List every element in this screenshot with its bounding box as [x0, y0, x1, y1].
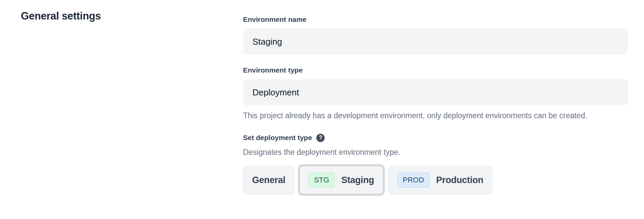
environment-name-input[interactable]	[243, 29, 628, 55]
deployment-type-option-general-label: General	[252, 175, 285, 185]
deployment-type-label: Set deployment type	[243, 133, 312, 142]
settings-page: General settings Environment name Enviro…	[0, 0, 644, 219]
staging-badge: STG	[309, 173, 334, 187]
environment-type-help-text: This project already has a development e…	[243, 110, 628, 122]
deployment-type-option-production-label: Production	[436, 175, 484, 185]
environment-type-label: Environment type	[243, 65, 628, 75]
deployment-type-option-general[interactable]: General	[243, 166, 294, 194]
deployment-type-option-staging[interactable]: STG Staging	[299, 166, 383, 194]
deployment-type-description: Designates the deployment environment ty…	[243, 147, 628, 158]
deployment-type-options: General STG Staging PROD Production	[243, 166, 628, 194]
environment-name-label: Environment name	[243, 15, 628, 24]
deployment-type-label-row: Set deployment type ?	[243, 133, 628, 142]
production-badge: PROD	[397, 173, 430, 187]
page-title: General settings	[21, 10, 101, 22]
environment-type-input[interactable]	[243, 79, 628, 105]
deployment-type-option-production[interactable]: PROD Production	[388, 166, 492, 194]
settings-form: Environment name Environment type This p…	[243, 15, 628, 194]
question-mark-icon[interactable]: ?	[316, 134, 325, 142]
deployment-type-option-staging-label: Staging	[341, 175, 374, 185]
